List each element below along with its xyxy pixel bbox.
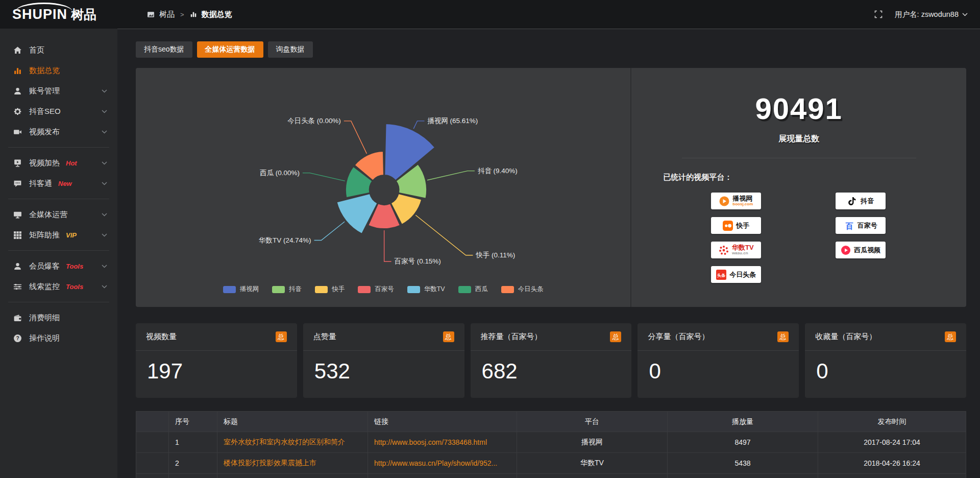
- sidebar-item[interactable]: 抖音SEO: [0, 101, 117, 122]
- pie-label-line: [415, 215, 473, 255]
- pie-slice-label: 百家号 (0.15%): [395, 257, 441, 265]
- sidebar-item-label: 抖客通: [29, 179, 52, 188]
- breadcrumb-root[interactable]: 树品: [159, 10, 175, 19]
- platform-badge: 华数TVwasu.cn: [711, 242, 761, 258]
- sidebar-item-badge: Tools: [66, 283, 83, 291]
- cell-link: [368, 474, 517, 478]
- platform-name: 西瓜视频: [854, 247, 880, 254]
- platform-name: 华数TV: [732, 244, 754, 251]
- stat-cards-row: 视频数量总197点赞量总532推荐量（百家号）总682分享量（百家号）总0收藏量…: [136, 323, 966, 398]
- cell-time: 2017-08-24 17:04: [818, 432, 966, 453]
- sidebar-divider: [8, 199, 109, 199]
- breadcrumb-current[interactable]: 数据总览: [202, 10, 232, 19]
- video-title-link[interactable]: 室外水纹灯和室内水纹灯的区别和简介: [224, 438, 345, 446]
- legend-swatch: [272, 286, 285, 293]
- app-logo[interactable]: SHUPIN 树品: [12, 6, 118, 23]
- platform-share-rose-chart: 播视网 (65.61%)抖音 (9.40%)快手 (0.11%)百家号 (0.1…: [136, 68, 630, 307]
- sidebar-item-badge: VIP: [66, 231, 77, 239]
- sidebar-item[interactable]: 视频发布: [0, 122, 117, 142]
- cell-title: 楼体投影灯投影效果震撼上市: [217, 453, 368, 474]
- svg-text:百: 百: [845, 221, 853, 230]
- legend-item[interactable]: 今日头条: [501, 285, 544, 294]
- cell-platform: [517, 474, 668, 478]
- sidebar-item[interactable]: 消费明细: [0, 307, 117, 328]
- sidebar-item[interactable]: 账号管理: [0, 81, 117, 101]
- video-title-link[interactable]: 楼体投影灯投影效果震撼上市: [224, 459, 316, 467]
- svg-text:?: ?: [16, 336, 19, 341]
- stat-card-label: 点赞量: [313, 332, 336, 342]
- xigua-logo-icon: [841, 245, 851, 255]
- user-menu[interactable]: 用户名: zswodun88: [895, 10, 968, 19]
- legend-item[interactable]: 抖音: [272, 285, 302, 294]
- fullscreen-icon[interactable]: [874, 10, 883, 18]
- impressions-total-label: 展现量总数: [631, 134, 966, 145]
- summary-divider: [682, 158, 916, 158]
- stat-card: 点赞量总532: [303, 323, 464, 398]
- tab-active[interactable]: 全媒体运营数据: [197, 41, 263, 58]
- platform-name: 播视网: [732, 195, 752, 202]
- legend-swatch: [315, 286, 328, 293]
- legend-item[interactable]: 百家号: [358, 285, 394, 294]
- data-tabs: 抖音seo数据全媒体运营数据询盘数据: [136, 41, 966, 58]
- chevron-down-icon: [102, 233, 107, 237]
- legend-label: 西瓜: [475, 285, 488, 294]
- sidebar-divider: [8, 302, 109, 302]
- legend-label: 快手: [332, 285, 345, 294]
- toutiao-logo-icon: 头条: [716, 270, 726, 280]
- pie-slice-label: 华数TV (24.74%): [259, 236, 311, 244]
- sidebar-item[interactable]: 抖客通New: [0, 173, 117, 194]
- sidebar-item-label: 线索监控: [29, 282, 60, 292]
- legend-item[interactable]: 播视网: [223, 285, 259, 294]
- video-url-link[interactable]: http://www.wasu.cn/Play/show/id/952...: [374, 459, 497, 467]
- total-badge[interactable]: 总: [777, 331, 789, 342]
- total-badge[interactable]: 总: [610, 331, 621, 342]
- sidebar-item-label: 抖音SEO: [29, 107, 61, 116]
- chevron-down-icon: [102, 182, 107, 185]
- sidebar-item[interactable]: 会员爆客Tools: [0, 256, 117, 276]
- legend-item[interactable]: 快手: [315, 285, 345, 294]
- chevron-down-icon: [102, 285, 107, 289]
- legend-item[interactable]: 西瓜: [458, 285, 488, 294]
- total-badge[interactable]: 总: [276, 331, 287, 342]
- total-badge[interactable]: 总: [945, 331, 956, 342]
- stat-card-header: 推荐量（百家号）总: [471, 323, 632, 351]
- sidebar-item-label: 消费明细: [29, 313, 60, 323]
- sidebar-item-label: 视频发布: [29, 127, 60, 137]
- legend-label: 今日头条: [518, 285, 544, 294]
- sidebar-item-badge: Hot: [66, 159, 77, 167]
- table-header: 序号: [169, 412, 217, 432]
- user-star-icon: [13, 261, 22, 271]
- impressions-total-value: 90491: [631, 91, 966, 126]
- baijiahao-logo-icon: 百: [844, 221, 854, 231]
- video-icon: [13, 127, 22, 136]
- legend-item[interactable]: 华数TV: [407, 285, 445, 294]
- sidebar-item[interactable]: 全媒体运营: [0, 204, 117, 225]
- sidebar-item[interactable]: 矩阵助推VIP: [0, 225, 117, 245]
- pie-label-line: [314, 222, 345, 241]
- cell-plays: 8497: [668, 432, 818, 453]
- table-header: 平台: [517, 412, 668, 432]
- tab-inactive[interactable]: 询盘数据: [268, 41, 313, 58]
- legend-swatch: [458, 286, 471, 293]
- total-badge[interactable]: 总: [443, 331, 454, 342]
- legend-label: 播视网: [240, 285, 259, 294]
- sidebar-item[interactable]: 线索监控Tools: [0, 276, 117, 297]
- video-url-link[interactable]: http://www.boosj.com/7338468.html: [374, 438, 487, 446]
- sidebar-item[interactable]: 视频加热Hot: [0, 153, 117, 173]
- pie-slice-5[interactable]: [336, 194, 377, 234]
- chevron-down-icon: [962, 13, 968, 16]
- chevron-down-icon: [102, 110, 107, 113]
- sidebar-item[interactable]: 数据总览: [0, 60, 117, 81]
- tab-inactive[interactable]: 抖音seo数据: [136, 41, 192, 58]
- pie-slice-label: 抖音 (9.40%): [478, 167, 518, 175]
- stat-card-header: 点赞量总: [303, 323, 464, 351]
- platform-name: 今日头条: [729, 271, 756, 278]
- platform-subtext: boosj.com: [732, 202, 753, 206]
- sidebar-item[interactable]: 首页: [0, 40, 117, 60]
- monitor-icon: [13, 210, 22, 219]
- breadcrumb: 树品 > 数据总览: [147, 10, 232, 19]
- sidebar-item[interactable]: ?操作说明: [0, 328, 117, 348]
- app-square-icon: [147, 11, 155, 18]
- table-header-checkbox: [136, 412, 169, 432]
- stat-card-label: 收藏量（百家号）: [815, 332, 876, 342]
